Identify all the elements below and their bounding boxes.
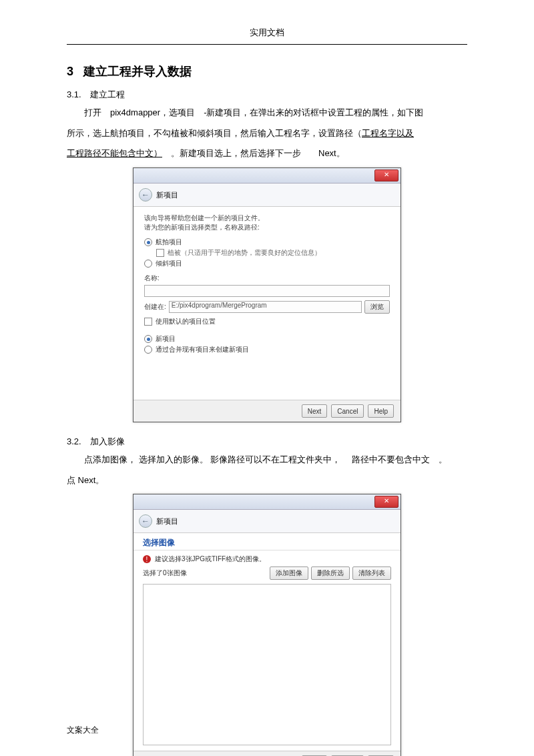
help-button[interactable]: Help <box>368 404 394 418</box>
back-icon[interactable]: ← <box>139 188 152 202</box>
radio-merge-project[interactable]: 通过合并现有项目来创建新项目 <box>144 345 390 354</box>
para-3-1-line2: 所示，选上航拍项目，不勾植被和倾斜项目，然后输入工程名字，设置路径（工程名字以及 <box>67 125 467 142</box>
selected-count: 选择了0张图像 <box>143 569 187 578</box>
dialog-intro: 该向导将帮助您创建一个新的项目文件。 请为您的新项目选择类型，名称及路径: <box>144 214 390 232</box>
radio-aerial[interactable]: 航拍项目 <box>144 238 390 247</box>
titlebar: ✕ <box>134 168 400 183</box>
para-3-2-line2: 点 Next。 <box>67 472 467 489</box>
radio-icon <box>144 346 152 354</box>
titlebar: ✕ <box>134 494 400 510</box>
checkbox-icon <box>156 249 164 257</box>
section-heading: 3 建立工程并导入数据 <box>67 63 467 79</box>
radio-icon <box>144 238 152 246</box>
name-input[interactable] <box>144 285 390 297</box>
delete-selected-button[interactable]: 删除所选 <box>311 566 350 580</box>
para-3-1-line1: 打开 pix4dmapper，选项目 -新建项目，在弹出来的对话框中设置工程的属… <box>67 105 467 121</box>
dialog-title-row: ← 新项目 <box>134 510 400 533</box>
page-footer: 文案大全 <box>67 725 99 736</box>
back-icon[interactable]: ← <box>139 514 152 528</box>
checkbox-default-location[interactable]: 使用默认的项目位置 <box>144 317 390 326</box>
checkbox-icon <box>144 318 152 326</box>
subsection-3-1: 3.1. 建立工程 <box>67 89 467 101</box>
image-list[interactable] <box>143 584 391 745</box>
warning-row: ! 建议选择3张JPG或TIFF格式的图像。 <box>134 554 400 564</box>
checkbox-vegetation[interactable]: 植被（只适用于平坦的地势，需要良好的定位信息） <box>156 248 390 258</box>
clear-list-button[interactable]: 清除列表 <box>352 566 391 580</box>
warning-icon: ! <box>143 555 151 563</box>
dialog-title-row: ← 新项目 <box>134 183 400 207</box>
radio-oblique[interactable]: 倾斜项目 <box>144 259 390 268</box>
path-input[interactable]: E:/pix4dprogram/MergeProgram <box>169 301 362 313</box>
radio-icon <box>144 335 152 343</box>
close-icon[interactable]: ✕ <box>374 169 398 181</box>
para-3-1-line3: 工程路径不能包含中文） 。新建项目选上，然后选择下一步 Next。 <box>67 145 467 162</box>
radio-icon <box>144 260 152 268</box>
new-project-dialog: ✕ ← 新项目 该向导将帮助您创建一个新的项目文件。 请为您的新项目选择类型，名… <box>133 167 401 422</box>
browse-button[interactable]: 浏览 <box>364 300 390 314</box>
choose-image-heading: 选择图像 <box>134 533 400 550</box>
add-image-button[interactable]: 添加图像 <box>270 566 308 580</box>
cancel-button[interactable]: Cancel <box>331 404 364 418</box>
dialog-button-row: Next Cancel Help <box>134 400 400 422</box>
dialog-title: 新项目 <box>156 516 178 526</box>
subsection-3-2: 3.2. 加入影像 <box>67 436 467 448</box>
page-header: 实用文档 <box>67 27 467 45</box>
select-image-dialog: ✕ ← 新项目 选择图像 ! 建议选择3张JPG或TIFF格式的图像。 选择了0… <box>133 494 401 756</box>
radio-new-project[interactable]: 新项目 <box>144 334 390 344</box>
dialog-title: 新项目 <box>156 190 178 200</box>
para-3-2-line1: 点添加图像， 选择加入的影像。 影像路径可以不在工程文件夹中， 路径中不要包含中… <box>67 452 467 468</box>
section-number: 3 <box>67 65 73 78</box>
section-title: 建立工程并导入数据 <box>83 65 192 78</box>
path-label: 创建在: <box>144 302 166 312</box>
next-button[interactable]: Next <box>302 404 328 418</box>
name-label: 名称: <box>144 274 390 283</box>
close-icon[interactable]: ✕ <box>374 496 398 508</box>
dialog-button-row: Next Cancel Help <box>134 751 400 756</box>
